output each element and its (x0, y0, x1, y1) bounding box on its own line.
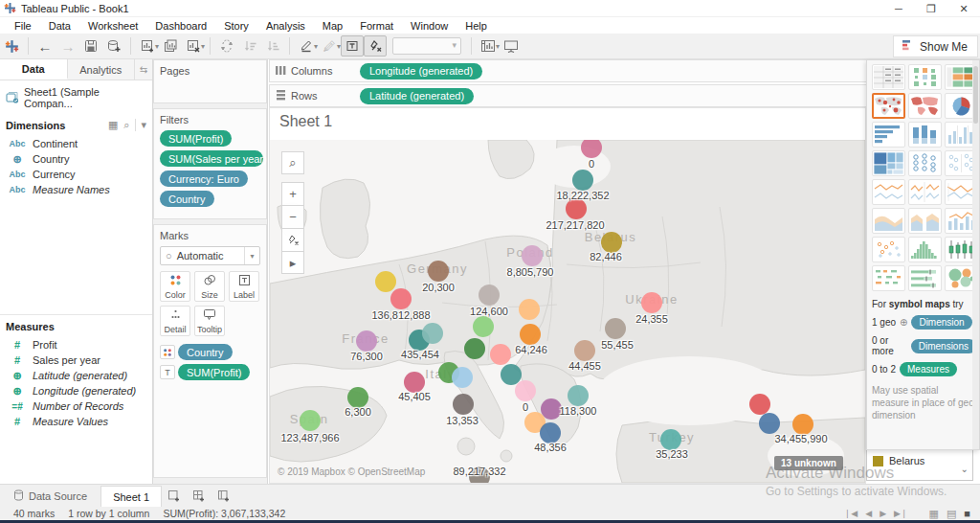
map-mark-circle[interactable] (568, 385, 589, 406)
showme-lines-discrete[interactable] (908, 179, 942, 205)
restore-button[interactable]: ❐ (915, 0, 947, 17)
map-mark-circle[interactable] (601, 232, 622, 253)
next-sheet-icon[interactable]: ▶ (880, 509, 886, 518)
new-worksheet-tab-icon[interactable] (162, 485, 187, 507)
measure-measure-values[interactable]: #Measure Values (0, 414, 152, 429)
menu-file[interactable]: File (6, 20, 40, 32)
duplicate-sheet-icon[interactable] (159, 35, 182, 57)
new-datasource-icon[interactable] (102, 35, 125, 57)
menu-dashboard[interactable]: Dashboard (146, 20, 215, 32)
tab-sheet1[interactable]: Sheet 1 (100, 486, 162, 507)
first-sheet-icon[interactable]: ❘◀ (844, 509, 858, 518)
undo-icon[interactable]: ← (33, 35, 56, 57)
fix-axes-icon[interactable] (364, 35, 387, 57)
minimize-button[interactable]: ─ (882, 0, 915, 17)
map-mark-circle[interactable] (572, 170, 593, 191)
measure-sales-per-year[interactable]: #Sales per year (0, 352, 152, 368)
map-mark-circle[interactable] (422, 323, 443, 344)
showme-bullet[interactable] (908, 265, 942, 291)
mark-pill[interactable]: Country (178, 344, 233, 360)
map-pin-icon[interactable] (281, 228, 304, 251)
map-zoom-in-icon[interactable]: + (281, 182, 304, 205)
map-mark-circle[interactable] (300, 410, 321, 431)
view-data-icon[interactable]: ▦ (108, 119, 118, 131)
menu-worksheet[interactable]: Worksheet (79, 20, 146, 32)
map-mark-circle[interactable] (540, 422, 561, 443)
showme-lines[interactable] (872, 179, 905, 205)
tab-data-source[interactable]: Data Source (0, 485, 100, 507)
map-mark-circle[interactable] (479, 284, 500, 306)
find-field-icon[interactable]: ⌕ (123, 119, 129, 131)
rows-pill[interactable]: Latitude (generated) (360, 88, 474, 104)
redo-icon[interactable]: → (56, 35, 79, 57)
dimension-continent[interactable]: AbcContinent (0, 136, 152, 151)
legend-scroll-caret-icon[interactable]: ⌄ (961, 464, 969, 474)
tab-analytics[interactable]: Analytics (68, 59, 136, 80)
map-mark-circle[interactable] (566, 198, 587, 219)
filter-pill[interactable]: SUM(Profit) (160, 130, 232, 147)
dimension-measure-names[interactable]: AbcMeasure Names (0, 182, 152, 197)
mark-button-detail[interactable]: Detail (160, 306, 190, 336)
map-mark-circle[interactable] (453, 394, 474, 415)
map-attribution[interactable]: © 2019 Mapbox © OpenStreetMap (278, 466, 425, 477)
columns-pill[interactable]: Longitude (generated) (360, 63, 482, 80)
pages-shelf[interactable]: Pages (153, 59, 267, 103)
map-mark-circle[interactable] (390, 288, 412, 309)
filter-pill[interactable]: Country (160, 191, 214, 207)
mark-button-color[interactable]: Color (160, 271, 190, 302)
showme-treemap[interactable] (872, 150, 905, 176)
map-mark-circle[interactable] (792, 414, 813, 435)
menu-help[interactable]: Help (457, 20, 496, 32)
pane-collapse-icon[interactable]: ⇆ (135, 59, 152, 80)
map-mark-circle[interactable] (464, 338, 485, 359)
tableau-toolbar-logo-icon[interactable] (0, 35, 23, 57)
swap-rows-columns-icon[interactable] (215, 35, 238, 57)
map-search-icon[interactable]: ⌕ (281, 151, 304, 174)
map-mark-circle[interactable] (641, 292, 662, 313)
map-mark-circle[interactable] (473, 316, 494, 337)
close-button[interactable]: ✕ (947, 0, 980, 17)
map-mark-circle[interactable] (749, 394, 770, 415)
map-viz[interactable]: BelarusPolandGermanyUkraineFranceSpainIt… (270, 140, 865, 483)
map-mark-circle[interactable] (490, 344, 511, 365)
filters-shelf[interactable]: Filters SUM(Profit)SUM(Sales per year)Cu… (153, 108, 267, 219)
showme-filled-map[interactable] (908, 93, 942, 119)
mark-button-tooltip[interactable]: Tooltip (194, 306, 225, 336)
menu-data[interactable]: Data (40, 20, 79, 32)
map-mark-circle[interactable] (660, 429, 681, 450)
mark-button-size[interactable]: Size (194, 271, 225, 302)
map-mark-circle[interactable] (356, 330, 377, 352)
map-mark-circle[interactable] (759, 413, 780, 434)
showme-symbol-map[interactable] (872, 93, 905, 119)
menu-format[interactable]: Format (351, 20, 402, 32)
show-mark-labels-icon[interactable] (341, 35, 364, 57)
sort-ascending-icon[interactable] (238, 35, 261, 57)
sort-descending-icon[interactable] (261, 35, 284, 57)
prev-sheet-icon[interactable]: ◀ (865, 509, 872, 518)
mark-type-dropdown[interactable]: ○ Automatic ▾ (160, 246, 260, 265)
presentation-mode-icon[interactable] (500, 35, 523, 57)
map-mark-circle[interactable] (452, 367, 473, 388)
showme-heat-map[interactable] (908, 64, 942, 90)
map-mark-circle[interactable] (574, 340, 595, 361)
last-sheet-icon[interactable]: ▶❘ (894, 509, 907, 518)
showme-area[interactable] (872, 208, 905, 234)
map-mark-circle[interactable] (375, 271, 396, 292)
map-mark-circle[interactable] (404, 372, 425, 393)
show-me-button[interactable]: Show Me (893, 35, 978, 57)
showme-gantt[interactable] (872, 265, 905, 291)
dimensions-menu-caret-icon[interactable]: ▾ (135, 119, 146, 131)
map-mark-circle[interactable] (520, 324, 541, 345)
map-zoom-out-icon[interactable]: − (281, 205, 304, 228)
showme-histogram[interactable] (908, 237, 942, 262)
datasource-row[interactable]: Sheet1 (Sample Compan... (0, 80, 152, 115)
show-tabs-icon[interactable]: ▦ (929, 508, 939, 520)
dimension-country[interactable]: ⊕Country (0, 151, 152, 167)
show-sorter-icon[interactable]: ■ (964, 508, 970, 519)
measure-profit[interactable]: #Profit (0, 337, 152, 352)
menu-map[interactable]: Map (314, 20, 351, 32)
menu-analysis[interactable]: Analysis (257, 20, 314, 32)
tab-data[interactable]: Data (0, 59, 68, 80)
new-story-tab-icon[interactable] (212, 485, 236, 507)
unknown-indicator[interactable]: 13 unknown (774, 456, 843, 470)
